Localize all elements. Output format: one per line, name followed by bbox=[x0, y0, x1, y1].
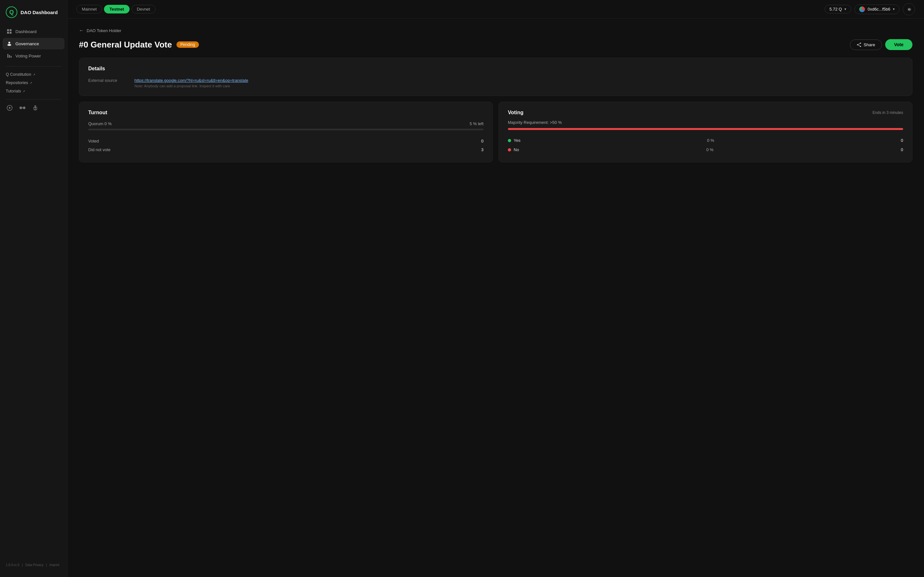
binoculars-icon[interactable] bbox=[19, 104, 26, 112]
topbar: Mainnet Testnet Devnet 5.72 Q ▾ 0xd6c...… bbox=[68, 0, 924, 19]
no-pct: 0 % bbox=[706, 147, 713, 152]
page-title-row: #0 General Update Vote Pending bbox=[79, 40, 199, 50]
external-link-icon-tutorials: ↗ bbox=[23, 90, 25, 93]
logo-icon: Q bbox=[6, 6, 17, 18]
network-tab-testnet[interactable]: Testnet bbox=[104, 5, 129, 13]
did-not-vote-value: 3 bbox=[481, 147, 483, 152]
balance-chevron-icon: ▾ bbox=[844, 7, 846, 11]
svg-rect-13 bbox=[22, 107, 23, 108]
sidebar-link-q-constitution[interactable]: Q Constitution ↗ bbox=[6, 71, 61, 78]
back-navigation[interactable]: ← DAO Token Holder bbox=[79, 27, 913, 33]
sidebar-logo: Q DAO Dashboard bbox=[0, 6, 67, 26]
svg-rect-3 bbox=[10, 32, 11, 34]
wallet-pill[interactable]: 0xd6c...f5b6 ▾ bbox=[855, 5, 900, 14]
wallet-avatar-icon bbox=[859, 6, 865, 12]
svg-rect-0 bbox=[7, 29, 9, 31]
two-col-section: Turnout Quorum 0 % 5 % left Voted 0 Did … bbox=[79, 102, 913, 168]
network-tab-devnet[interactable]: Devnet bbox=[132, 5, 156, 13]
svg-rect-2 bbox=[7, 32, 9, 34]
svg-rect-1 bbox=[10, 29, 11, 31]
svg-point-14 bbox=[35, 106, 36, 107]
sidebar-tools bbox=[0, 104, 67, 112]
did-not-vote-label: Did not vote bbox=[88, 147, 110, 152]
external-source-note: Note: Anybody can add a proposal link. I… bbox=[134, 84, 248, 88]
dashboard-icon bbox=[6, 29, 12, 34]
external-source-link[interactable]: https://translate.google.com/?hl=ru&sl=r… bbox=[134, 78, 248, 83]
sidebar-item-governance[interactable]: Governance bbox=[3, 38, 64, 50]
balance-pill[interactable]: 5.72 Q ▾ bbox=[824, 5, 851, 13]
svg-point-17 bbox=[860, 42, 861, 44]
external-source-label: External source bbox=[88, 77, 127, 83]
app-title: DAO Dashboard bbox=[21, 10, 58, 15]
svg-rect-12 bbox=[23, 106, 25, 109]
back-label: DAO Token Holder bbox=[87, 28, 121, 33]
external-link-icon-constitution: ↗ bbox=[33, 73, 35, 76]
svg-point-4 bbox=[8, 42, 10, 44]
majority-requirement: Majority Requirement: >50 % bbox=[508, 120, 903, 125]
header-actions: Share Vote bbox=[850, 39, 913, 50]
no-dot-icon bbox=[508, 148, 511, 152]
sidebar-divider-1 bbox=[6, 66, 61, 66]
yes-label: Yes bbox=[514, 138, 520, 143]
svg-line-20 bbox=[858, 44, 860, 44]
imprint-link[interactable]: Imprint bbox=[50, 563, 60, 567]
details-card: Details External source https://translat… bbox=[79, 58, 913, 96]
external-link-icon-repositories: ↗ bbox=[29, 81, 32, 85]
svg-line-21 bbox=[858, 45, 860, 46]
quorum-progress-bg bbox=[88, 129, 483, 130]
settings-button[interactable] bbox=[903, 3, 915, 15]
turnout-card: Turnout Quorum 0 % 5 % left Voted 0 Did … bbox=[79, 102, 493, 163]
vote-button[interactable]: Vote bbox=[885, 39, 913, 50]
sidebar-link-tutorials[interactable]: Tutorials ↗ bbox=[6, 88, 61, 95]
quorum-label: Quorum 0 % bbox=[88, 121, 112, 126]
svg-rect-7 bbox=[9, 55, 10, 58]
no-label: No bbox=[514, 147, 519, 152]
topbar-right: 5.72 Q ▾ 0xd6c...f5b6 ▾ bbox=[824, 3, 915, 15]
wallet-chevron-icon: ▾ bbox=[893, 7, 895, 11]
wallet-address: 0xd6c...f5b6 bbox=[868, 7, 890, 11]
network-tab-mainnet[interactable]: Mainnet bbox=[76, 5, 102, 13]
quorum-stat-row: Quorum 0 % 5 % left bbox=[88, 121, 483, 126]
main-area: Mainnet Testnet Devnet 5.72 Q ▾ 0xd6c...… bbox=[68, 0, 924, 577]
share-label: Share bbox=[864, 42, 875, 47]
version-label: 1.0.0-rc.0 bbox=[6, 563, 19, 567]
governance-icon bbox=[6, 41, 12, 47]
external-source-value-group: https://translate.google.com/?hl=ru&sl=r… bbox=[134, 77, 248, 88]
did-not-vote-row: Did not vote 3 bbox=[88, 145, 483, 154]
sidebar-link-repositories[interactable]: Repositories ↗ bbox=[6, 79, 61, 86]
sidebar-divider-2 bbox=[6, 99, 61, 100]
data-privacy-link[interactable]: Data Privacy bbox=[25, 563, 43, 567]
voting-progress-bg bbox=[508, 128, 903, 130]
svg-point-19 bbox=[857, 44, 858, 45]
svg-marker-10 bbox=[9, 107, 11, 109]
quorum-right: 5 % left bbox=[470, 121, 483, 126]
sidebar: Q DAO Dashboard Dashboard bbox=[0, 0, 68, 577]
voted-label: Voted bbox=[88, 139, 99, 143]
voting-card-header: Voting Ends in 3 minutes bbox=[508, 110, 903, 116]
yes-label-row: Yes bbox=[508, 138, 520, 143]
sidebar-item-dashboard[interactable]: Dashboard bbox=[3, 26, 64, 37]
back-arrow-icon: ← bbox=[79, 27, 84, 33]
content-area: ← DAO Token Holder #0 General Update Vot… bbox=[68, 19, 924, 577]
play-icon[interactable] bbox=[6, 104, 13, 112]
svg-rect-6 bbox=[7, 54, 8, 58]
no-label-row: No bbox=[508, 147, 519, 152]
sidebar-item-voting-power[interactable]: Voting Power bbox=[3, 50, 64, 61]
sidebar-nav: Dashboard Governance Voting Power bbox=[0, 26, 67, 61]
voting-card: Voting Ends in 3 minutes Majority Requir… bbox=[499, 102, 913, 163]
yes-count: 0 bbox=[901, 138, 903, 143]
sidebar-footer: 1.0.0-rc.0 | Data Privacy | Imprint bbox=[0, 559, 67, 571]
detail-row: External source https://translate.google… bbox=[88, 77, 903, 88]
svg-rect-11 bbox=[19, 106, 22, 109]
sidebar-item-dashboard-label: Dashboard bbox=[15, 29, 37, 34]
page-header: #0 General Update Vote Pending Share Vot… bbox=[79, 39, 913, 50]
svg-point-18 bbox=[860, 45, 861, 47]
share-button[interactable]: Share bbox=[850, 39, 882, 50]
balance-amount: 5.72 Q bbox=[829, 7, 842, 11]
sidebar-links: Q Constitution ↗ Repositories ↗ Tutorial… bbox=[0, 71, 67, 95]
details-title: Details bbox=[88, 66, 903, 72]
voting-title: Voting bbox=[508, 110, 523, 116]
voting-power-icon bbox=[6, 53, 12, 59]
svg-point-5 bbox=[7, 44, 11, 46]
anchor-icon[interactable] bbox=[31, 104, 39, 112]
